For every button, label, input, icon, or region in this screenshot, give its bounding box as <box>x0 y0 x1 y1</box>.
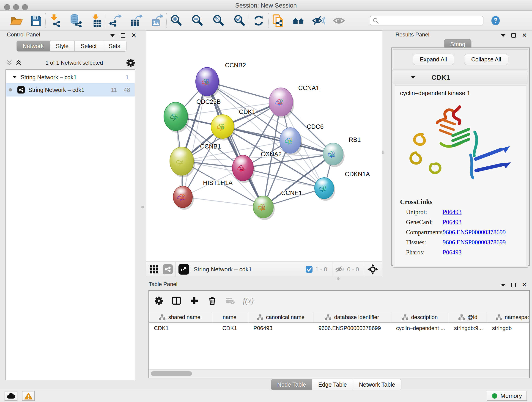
node-table[interactable]: shared namenamecanonical namedatabase id… <box>149 312 529 370</box>
collection-count: 1 <box>126 74 129 81</box>
collapse-all-button[interactable]: Collapse All <box>464 54 508 65</box>
tab-select[interactable]: Select <box>75 41 103 51</box>
fit-crosshair-icon[interactable] <box>367 264 379 275</box>
birdseye-grid-icon[interactable] <box>149 264 159 274</box>
import-database-icon[interactable] <box>69 13 83 28</box>
tab-edge-table[interactable]: Edge Table <box>312 379 353 390</box>
save-session-icon[interactable] <box>29 13 43 28</box>
show-all-icon[interactable] <box>332 13 346 28</box>
expand-all-icon[interactable] <box>15 59 22 66</box>
column-header-description[interactable]: description <box>391 312 449 322</box>
tab-network-table[interactable]: Network Table <box>353 379 401 390</box>
import-network-icon[interactable] <box>48 13 62 28</box>
node-label-cdk1: CDK1 <box>239 108 255 115</box>
left-splitter-handle[interactable] <box>141 206 144 208</box>
export-network-icon[interactable] <box>109 13 123 28</box>
tab-node-table[interactable]: Node Table <box>271 379 312 390</box>
tab-style[interactable]: Style <box>50 41 75 51</box>
column-header-namespace[interactable]: namespace <box>487 312 529 322</box>
show-columns-icon[interactable] <box>171 296 181 306</box>
import-table-icon[interactable] <box>89 13 104 28</box>
table-cell[interactable]: 9606.ENSP00000378699 <box>313 325 391 332</box>
network-overview-icon[interactable] <box>163 264 173 274</box>
column-header-name[interactable]: name <box>211 312 248 322</box>
network-node-ccnb2[interactable]: CCNB2 <box>196 62 246 98</box>
table-cell[interactable]: cyclin–dependent ... <box>391 325 449 332</box>
table-header-row[interactable]: shared namenamecanonical namedatabase id… <box>149 312 529 323</box>
table-cell[interactable]: CDK1 <box>149 325 211 332</box>
gene-collapse-icon[interactable] <box>411 76 415 78</box>
column-header-label: shared name <box>168 314 200 320</box>
cloud-button[interactable] <box>5 391 17 401</box>
panel-close-icon[interactable]: ✕ <box>131 32 136 38</box>
network-collection-row[interactable]: String Network – cdk1 1 <box>6 71 135 83</box>
table-options-gear-icon[interactable] <box>154 296 164 306</box>
network-node-rb1[interactable]: RB1 <box>323 136 361 167</box>
column-header--id[interactable]: @id <box>449 312 487 322</box>
open-file-icon[interactable] <box>9 13 23 28</box>
selected-count: 1 - 0 <box>315 266 327 273</box>
zoom-in-icon[interactable] <box>169 13 183 28</box>
table-cell[interactable]: stringdb <box>487 325 529 332</box>
create-column-icon[interactable] <box>189 296 199 306</box>
hide-selected-icon[interactable] <box>312 13 326 28</box>
open-in-window-icon[interactable] <box>178 264 189 274</box>
panel-maximize-icon[interactable] <box>121 33 125 38</box>
expand-all-button[interactable]: Expand All <box>413 54 454 65</box>
panel-maximize-icon[interactable] <box>511 283 516 287</box>
network-row[interactable]: String Network – cdk1 11 48 <box>6 83 135 96</box>
crosslink-link[interactable]: 9606.ENSP00000378699 <box>443 239 506 246</box>
tree-column-icon <box>496 314 502 320</box>
collapse-all-icon[interactable] <box>6 59 13 66</box>
network-node-ccna2[interactable]: CCNA2 <box>232 151 282 183</box>
delete-column-icon[interactable] <box>207 296 217 306</box>
table-cell[interactable]: CDK1 <box>211 325 248 332</box>
network-node-cdkn1a[interactable]: CDKN1A <box>315 171 370 201</box>
panel-float-icon[interactable] <box>501 284 505 287</box>
refresh-icon[interactable] <box>252 13 266 28</box>
tab-sets[interactable]: Sets <box>103 41 127 51</box>
table-hscrollbar-thumb[interactable] <box>151 371 192 376</box>
panel-close-icon[interactable]: ✕ <box>522 32 527 38</box>
node-label-hist1h1a: HIST1H1A <box>203 179 233 186</box>
panel-float-icon[interactable] <box>501 34 505 37</box>
zoom-selected-icon[interactable] <box>232 13 247 28</box>
svg-text:?: ? <box>494 17 498 24</box>
column-header-database-identifier[interactable]: database identifier <box>313 312 391 322</box>
clone-network-icon[interactable] <box>271 13 285 28</box>
network-node-ccna1[interactable]: CCNA1 <box>269 85 319 118</box>
table-hscrollbar[interactable] <box>149 370 529 377</box>
table-cell[interactable]: P06493 <box>248 325 313 332</box>
crosslink-link[interactable]: P06493 <box>443 249 462 256</box>
column-header-label: description <box>411 314 438 320</box>
selected-checkbox-icon[interactable] <box>305 265 313 273</box>
table-cell[interactable]: stringdb:9... <box>449 325 487 332</box>
search-input[interactable] <box>370 16 483 26</box>
help-icon[interactable]: ? <box>490 15 501 26</box>
network-canvas[interactable]: CCNB2CCNA1CDC25BCDK1CDC6RB1CCNB1CCNA2CDK… <box>146 31 382 262</box>
zoom-fit-icon[interactable] <box>211 13 225 28</box>
collection-collapse-icon[interactable] <box>13 76 17 78</box>
first-neighbors-icon[interactable] <box>291 13 306 28</box>
warnings-button[interactable] <box>22 391 35 401</box>
network-node-ccne1[interactable]: CCNE1 <box>253 190 302 220</box>
panel-float-icon[interactable] <box>110 34 115 37</box>
network-status-dot <box>9 88 12 91</box>
tab-network[interactable]: Network <box>17 41 50 51</box>
gene-section-header[interactable]: CDK1 <box>393 71 528 84</box>
crosslink-link[interactable]: P06493 <box>443 209 462 216</box>
panel-close-icon[interactable]: ✕ <box>522 282 527 288</box>
column-header-shared-name[interactable]: shared name <box>149 312 211 322</box>
export-table-icon[interactable] <box>129 13 143 28</box>
crosslink-link[interactable]: 9606.ENSP00000378699 <box>443 229 506 236</box>
search-icon <box>373 17 380 24</box>
table-row[interactable]: CDK1CDK1P064939606.ENSP00000378699cyclin… <box>149 323 529 333</box>
memory-button[interactable]: Memory <box>487 391 527 401</box>
protein-structure-image <box>395 98 523 194</box>
export-image-icon[interactable] <box>150 13 164 28</box>
column-header-canonical-name[interactable]: canonical name <box>248 312 313 322</box>
network-options-gear-icon[interactable] <box>126 58 135 67</box>
zoom-out-icon[interactable] <box>190 13 204 28</box>
crosslink-link[interactable]: P06493 <box>443 219 462 225</box>
panel-maximize-icon[interactable] <box>511 33 516 38</box>
